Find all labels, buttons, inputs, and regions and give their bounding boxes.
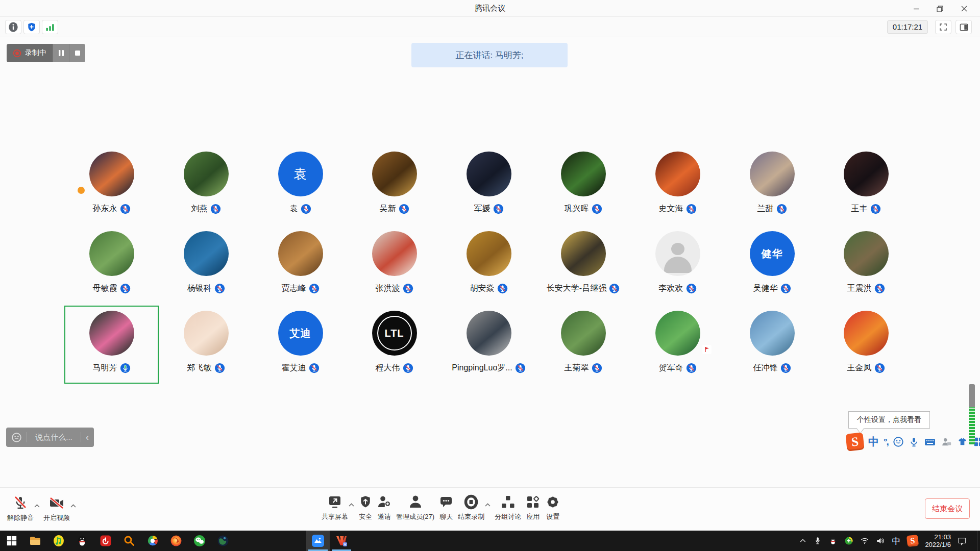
taskbar-app-globe[interactable] [211,531,235,551]
mic-status-icon [301,204,311,214]
toolbar-button-breakout[interactable]: 分组讨论 [495,494,521,521]
participant-cell[interactable]: 长安大学-吕继强 [536,226,630,304]
divider [27,432,27,442]
chevron-up-icon[interactable] [484,500,491,509]
ime-emoji-button[interactable] [893,436,904,447]
security-status-button[interactable] [23,20,40,34]
participant-cell[interactable]: 巩兴晖 [536,146,630,224]
toolbar-button-label: 邀请 [378,512,391,521]
participant-cell[interactable]: 王丰 [819,146,913,224]
participant-cell[interactable]: 军媛 [442,146,536,224]
participant-cell[interactable]: 王金凤 [819,306,913,384]
participant-cell[interactable]: 马明芳 [64,306,159,384]
chevron-up-icon[interactable] [348,500,355,509]
mic-status-icon [592,204,602,214]
tray-volume-icon[interactable] [876,536,885,545]
chevron-up-icon[interactable] [34,501,40,510]
close-button[interactable] [955,2,973,15]
taskbar-app-search[interactable] [117,531,141,551]
participant-cell[interactable]: 张洪波 [347,226,442,304]
taskbar-app-wechat[interactable] [188,531,211,551]
fullscreen-button[interactable] [935,20,951,34]
participant-cell[interactable]: 王菊翠 [536,306,630,384]
recording-label: 录制中 [25,48,46,58]
minimize-button[interactable] [908,2,925,15]
taskbar-app-meeting[interactable] [306,531,330,551]
taskbar-clock[interactable]: 21:03 2022/1/6 [925,533,951,548]
toolbar-button-label: 管理成员(27) [396,512,434,521]
participant-cell[interactable]: 贾志峰 [253,226,348,304]
participant-cell[interactable]: 贺军奇 [630,306,725,384]
participant-cell[interactable]: 任冲锋 [725,306,819,384]
participant-cell[interactable]: 李欢欢 [630,226,725,304]
pause-recording-button[interactable] [53,44,69,62]
taskbar-app-qqmusic[interactable] [47,531,70,551]
toolbar-button-members[interactable]: 管理成员(27) [396,494,434,521]
taskbar-app-wps[interactable] [330,531,353,551]
tray-guard-icon[interactable] [844,536,853,545]
participant-cell[interactable]: 吴新 [347,146,442,224]
chat-quick-bar[interactable]: 说点什么... ‹ [6,428,94,447]
stop-recording-button[interactable] [69,44,85,62]
participant-name: PingpingLuo罗... [452,363,512,373]
tray-language-indicator[interactable]: 中 [892,535,900,547]
ime-voice-button[interactable] [909,437,919,447]
show-desktop-button[interactable] [977,531,980,551]
toolbar-button-chat[interactable]: 聊天 [438,494,454,521]
participant-cell[interactable]: 刘燕 [159,146,253,224]
toolbar-button-stop-record[interactable]: 结束录制 [458,494,484,521]
ime-skin-button[interactable] [957,436,968,448]
emoji-icon[interactable] [11,432,22,443]
chat-collapse-button[interactable]: ‹ [86,433,89,442]
participant-cell[interactable]: 胡安焱 [442,226,536,304]
taskbar-app-firefox[interactable] [164,531,188,551]
chat-input-placeholder[interactable]: 说点什么... [32,433,76,442]
participant-cell[interactable]: LTL程大伟 [347,306,442,384]
participant-cell[interactable]: 史文海 [630,146,725,224]
ime-punctuation-toggle[interactable]: °, [884,436,888,447]
tray-mic-icon[interactable] [814,537,822,545]
participant-cell[interactable]: 袁袁 [253,146,348,224]
toolbar-button-share[interactable]: 共享屏幕 [322,494,348,521]
participant-cell[interactable]: 艾迪霍艾迪 [253,306,348,384]
layout-toggle-button[interactable] [955,20,972,34]
toolbar-button-mic-off-red[interactable]: 解除静音 [7,495,34,522]
default-avatar-icon [671,243,684,255]
taskbar-app-netease[interactable] [94,531,117,551]
participant-cell[interactable]: 兰甜 [725,146,819,224]
sogou-logo-icon[interactable]: S [845,432,864,451]
avatar [467,311,511,356]
participant-cell[interactable]: 母敏霞 [64,226,159,304]
taskbar-app-start[interactable] [0,531,23,551]
participant-cell[interactable]: 郑飞敏 [159,306,253,384]
signal-bars-icon [45,22,55,32]
restore-button[interactable] [931,2,948,15]
chevron-up-icon[interactable] [70,501,77,510]
tray-sogou-icon[interactable]: S [907,535,918,546]
network-status-button[interactable] [42,20,58,34]
toolbar-button-settings[interactable]: 设置 [545,494,561,521]
tray-wifi-icon[interactable] [860,536,869,545]
toolbar-button-cam-off-red[interactable]: 开启视频 [43,495,70,522]
meeting-info-button[interactable] [5,20,21,34]
toolbar-button-security[interactable]: 安全 [358,494,373,521]
participant-cell[interactable]: 杨银科 [159,226,253,304]
participant-cell[interactable]: 健华吴健华 [725,226,819,304]
system-tray: 中 S 21:03 2022/1/6 [799,531,967,551]
ime-person-button[interactable] [941,436,952,447]
action-center-icon[interactable] [958,536,967,545]
tray-qq-icon[interactable] [828,536,838,545]
ime-keyboard-button[interactable] [924,436,936,448]
taskbar-app-browser360[interactable] [141,531,164,551]
ime-language-toggle[interactable]: 中 [868,435,879,449]
participant-cell[interactable]: 王震洪 [819,226,913,304]
toolbar-button-invite[interactable]: 邀请 [376,494,393,521]
taskbar-app-qq[interactable] [70,531,94,551]
tray-expand-icon[interactable] [799,537,807,545]
toolbar-button-apps[interactable]: 应用 [525,494,541,521]
avatar [655,152,700,196]
participant-cell[interactable]: PingpingLuo罗... [442,306,536,384]
end-meeting-button[interactable]: 结束会议 [925,498,970,519]
participant-cell[interactable]: 孙东永 [64,146,159,224]
taskbar-app-explorer[interactable] [23,531,47,551]
